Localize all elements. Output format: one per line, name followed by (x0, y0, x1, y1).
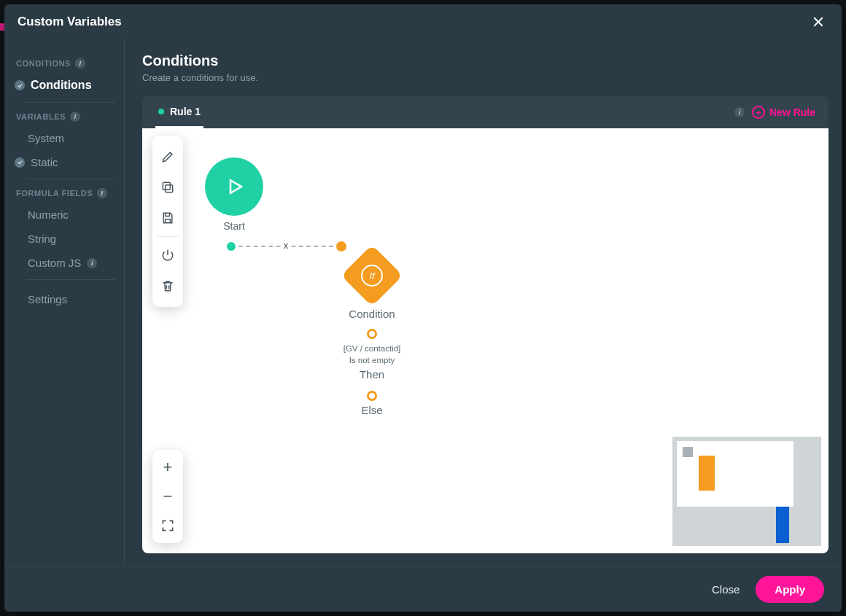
modal-title: Custom Variables (18, 15, 122, 29)
flow-canvas[interactable]: + − Start x (142, 128, 828, 553)
minimap-node (683, 447, 693, 457)
condition-label: Condition (349, 308, 395, 320)
close-icon[interactable] (808, 12, 828, 32)
sidebar-section-label: VARIABLES (16, 112, 66, 121)
sidebar-item-label: Static (31, 156, 58, 168)
close-button[interactable]: Close (712, 583, 740, 596)
new-rule-label: New Rule (769, 106, 815, 118)
modal-header: Custom Variables (4, 4, 842, 39)
page-subtitle: Create a conditions for use. (142, 72, 828, 83)
edge-target-handle[interactable] (336, 241, 346, 252)
else-label: Else (361, 404, 382, 416)
sidebar-item-label: System (28, 132, 64, 144)
edit-button[interactable] (152, 141, 183, 172)
info-icon[interactable]: i (75, 58, 85, 69)
apply-button[interactable]: Apply (756, 576, 824, 603)
sidebar-item-label: Conditions (31, 79, 92, 92)
check-icon (15, 80, 25, 90)
delete-edge-button[interactable]: x (282, 240, 291, 251)
fit-view-button[interactable] (152, 511, 183, 540)
sidebar-item-settings[interactable]: Settings (13, 287, 115, 311)
edge-source-handle[interactable] (227, 242, 236, 251)
sidebar-section-formula: FORMULA FIELDS i (13, 179, 115, 203)
start-label: Start (223, 220, 245, 232)
new-rule-button[interactable]: + New Rule (752, 106, 815, 119)
condition-expression: [GV / contactid] Is not empty Then (344, 343, 401, 382)
sidebar-item-label: Settings (28, 293, 67, 305)
sidebar: CONDITIONS i Conditions VARIABLES i Syst… (4, 39, 125, 566)
edge-start-condition: x (227, 241, 346, 252)
zoom-toolbar: + − (152, 450, 183, 543)
check-icon (15, 157, 25, 168)
sidebar-section-label: CONDITIONS (16, 59, 71, 68)
then-port[interactable] (367, 329, 377, 339)
delete-button[interactable] (152, 270, 183, 301)
main-panel: Conditions Create a conditions for use. … (125, 39, 842, 566)
toolbar-divider (157, 236, 178, 237)
custom-variables-modal: Custom Variables CONDITIONS i Conditions… (4, 4, 842, 612)
tabs: Rule 1 (155, 96, 203, 128)
power-button[interactable] (152, 240, 183, 270)
sidebar-item-numeric[interactable]: Numeric (13, 203, 115, 227)
start-node[interactable]: Start (205, 157, 263, 232)
sidebar-item-label: Custom JS (28, 257, 81, 269)
play-icon (205, 157, 263, 216)
condition-icon: If (341, 245, 403, 307)
info-icon[interactable]: i (97, 188, 107, 198)
sidebar-item-conditions[interactable]: Conditions (13, 73, 115, 98)
zoom-in-button[interactable]: + (152, 453, 183, 482)
save-button[interactable] (152, 203, 183, 233)
minimap-viewport (677, 441, 793, 507)
info-icon[interactable]: i (734, 107, 745, 117)
expr-line-1: [GV / contactid] (344, 343, 401, 355)
sidebar-item-string[interactable]: String (13, 227, 115, 251)
minimap[interactable] (672, 437, 821, 546)
sidebar-section-variables: VARIABLES i (13, 103, 115, 126)
status-dot-icon (158, 109, 164, 114)
zoom-out-button[interactable]: − (152, 482, 183, 511)
plus-circle-icon: + (752, 106, 765, 119)
svg-rect-1 (163, 182, 170, 190)
svg-rect-0 (166, 185, 173, 192)
sidebar-section-label: FORMULA FIELDS (16, 189, 93, 198)
condition-node[interactable]: If Condition [GV / contactid] Is not emp… (314, 254, 430, 416)
info-icon[interactable]: i (70, 112, 80, 122)
minimap-node (699, 456, 715, 491)
tab-rule-1[interactable]: Rule 1 (155, 96, 203, 128)
tabs-row: Rule 1 i + New Rule (142, 96, 828, 128)
tab-label: Rule 1 (170, 106, 201, 117)
modal-body: CONDITIONS i Conditions VARIABLES i Syst… (4, 39, 842, 566)
sidebar-item-label: Numeric (28, 208, 69, 221)
modal-footer: Close Apply (4, 566, 842, 612)
if-badge: If (361, 265, 383, 286)
expr-line-2: Is not empty (344, 355, 401, 367)
sidebar-item-customjs[interactable]: Custom JS i (13, 251, 115, 275)
page-title: Conditions (142, 52, 828, 69)
info-icon[interactable]: i (87, 258, 97, 268)
copy-button[interactable] (152, 172, 183, 203)
sidebar-item-static[interactable]: Static (13, 150, 115, 174)
canvas-toolbar (152, 136, 183, 307)
then-label: Then (344, 367, 401, 382)
divider (26, 279, 115, 280)
sidebar-item-system[interactable]: System (13, 126, 115, 150)
sidebar-item-label: String (28, 233, 56, 245)
sidebar-section-conditions: CONDITIONS i (13, 50, 115, 73)
tabs-right: i + New Rule (734, 106, 815, 119)
minimap-node (776, 507, 789, 543)
else-port[interactable] (367, 391, 377, 401)
